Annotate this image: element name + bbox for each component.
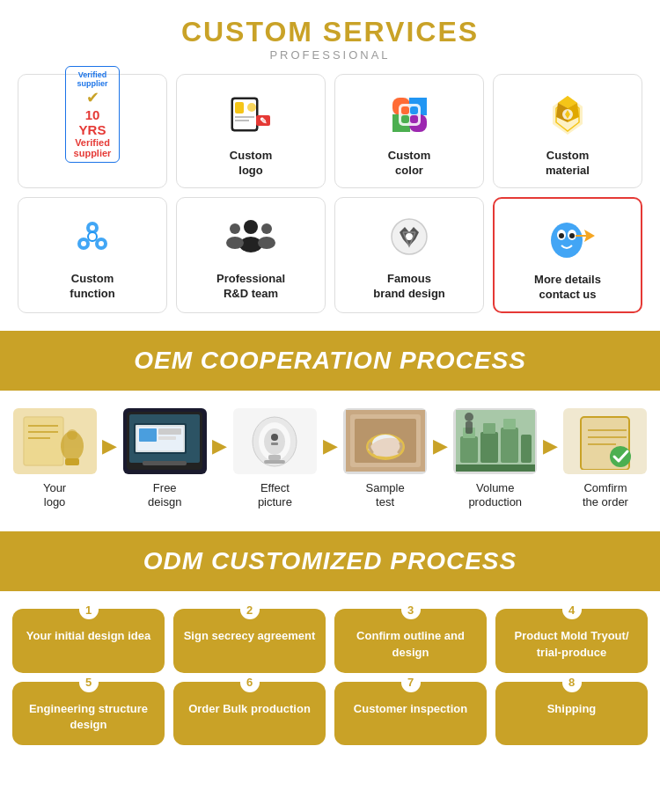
custom-services-title: CUSTOM SERVICES <box>18 16 642 48</box>
custom-function-icon <box>65 210 120 265</box>
svg-rect-82 <box>483 423 495 434</box>
odm-step-7: 7 Customer inspection <box>334 682 487 745</box>
odm-title: ODM CUSTOMIZED PROCESS <box>9 547 651 575</box>
professional-rd-icon <box>224 210 278 265</box>
oem-step-effect-picture: Effectpicture <box>229 408 320 511</box>
service-more-details[interactable]: More detailscontact us <box>493 197 642 313</box>
odm-step-text-7: Customer inspection <box>354 701 467 717</box>
svg-point-34 <box>99 241 104 246</box>
svg-rect-50 <box>24 417 63 465</box>
svg-rect-81 <box>480 432 498 463</box>
svg-point-38 <box>226 237 244 249</box>
odm-process-section: 1 Your initial design idea 2 Sign secrec… <box>0 591 660 766</box>
service-professional-rd: ProfessionalR&D team <box>176 197 326 313</box>
svg-point-56 <box>67 429 77 440</box>
svg-text:✎: ✎ <box>260 116 267 126</box>
svg-point-29 <box>88 232 97 241</box>
odm-step-text-3: Confirm outline and design <box>343 628 478 660</box>
odm-step-text-1: Your initial design idea <box>26 628 150 644</box>
svg-rect-13 <box>399 104 421 126</box>
more-details-icon <box>540 211 595 266</box>
odm-step-6: 6 Order Bulk production <box>173 682 326 745</box>
svg-rect-62 <box>139 428 157 442</box>
odm-step-num-6: 6 <box>240 673 260 692</box>
service-famous-brand: Famousbrand design <box>334 197 484 313</box>
oem-step-confirm-order: Comfirmthe order <box>560 408 651 511</box>
svg-rect-83 <box>501 428 518 463</box>
odm-step-text-8: Shipping <box>547 701 597 717</box>
oem-steps-container: Yourlogo ▶ Freedeisg <box>9 408 651 511</box>
oem-title: OEM COOPERATION PROCESS <box>9 347 651 375</box>
oem-arrow-5: ▶ <box>541 435 560 457</box>
svg-point-68 <box>264 428 285 455</box>
svg-rect-69 <box>268 455 281 460</box>
svg-rect-85 <box>521 435 532 463</box>
svg-point-48 <box>569 233 575 238</box>
custom-logo-icon: ✎ <box>224 87 278 142</box>
svg-rect-70 <box>264 460 285 464</box>
odm-step-text-6: Order Bulk production <box>188 701 311 717</box>
custom-services-section: CUSTOM SERVICES PROFESSIONAL Verified su… <box>0 0 660 331</box>
svg-rect-79 <box>460 436 478 463</box>
oem-section-header: OEM COOPERATION PROCESS <box>0 331 660 391</box>
service-custom-color: Customcolor <box>334 74 484 188</box>
service-verified-supplier: Verified supplier ✔ 10 YRS Verified supp… <box>18 74 167 188</box>
oem-process-section: Yourlogo ▶ Freedeisg <box>0 391 660 532</box>
svg-point-87 <box>465 413 473 421</box>
odm-step-text-5: Engineering structure design <box>21 701 156 733</box>
svg-rect-84 <box>503 419 516 429</box>
odm-step-4: 4 Product Mold Tryout/ trial-produce <box>495 609 648 672</box>
custom-color-icon <box>382 87 436 142</box>
odm-step-num-4: 4 <box>562 600 582 619</box>
oem-step-sample-test: Sampletest <box>340 408 431 511</box>
svg-rect-86 <box>456 465 535 472</box>
famous-brand-icon <box>382 210 436 265</box>
odm-step-8: 8 Shipping <box>495 682 648 745</box>
odm-section-header: ODM CUSTOMIZED PROCESS <box>0 531 660 591</box>
svg-rect-63 <box>158 428 181 435</box>
svg-point-33 <box>81 241 86 246</box>
svg-rect-17 <box>410 115 418 123</box>
svg-rect-65 <box>143 461 187 465</box>
svg-point-32 <box>90 225 95 230</box>
svg-rect-72 <box>271 443 278 445</box>
svg-rect-55 <box>65 458 79 465</box>
odm-step-1: 1 Your initial design idea <box>12 609 165 672</box>
odm-step-2: 2 Sign secrecy agreement <box>173 609 326 672</box>
svg-rect-88 <box>466 421 473 434</box>
svg-point-3 <box>247 103 256 112</box>
svg-point-35 <box>244 220 258 234</box>
oem-arrow-3: ▶ <box>321 435 340 457</box>
odm-step-3: 3 Confirm outline and design <box>334 609 487 672</box>
svg-point-71 <box>271 434 278 441</box>
svg-rect-14 <box>401 106 409 114</box>
oem-step-volume-production: Volumeproduction <box>450 408 541 511</box>
svg-point-44 <box>551 223 583 258</box>
odm-steps-grid: 1 Your initial design idea 2 Sign secrec… <box>12 609 648 745</box>
service-custom-material: Custommaterial <box>493 74 642 188</box>
custom-material-icon <box>540 87 595 142</box>
oem-arrow-4: ▶ <box>431 435 450 457</box>
services-grid: Verified supplier ✔ 10 YRS Verified supp… <box>18 74 642 313</box>
svg-rect-64 <box>158 436 176 440</box>
oem-arrow-2: ▶ <box>210 435 229 457</box>
odm-step-text-4: Product Mold Tryout/ trial-produce <box>504 628 639 660</box>
odm-step-num-5: 5 <box>79 673 99 692</box>
odm-step-num-2: 2 <box>240 600 260 619</box>
oem-step-your-logo: Yourlogo <box>9 408 100 511</box>
service-custom-function: Customfunction <box>18 197 167 313</box>
svg-rect-2 <box>235 102 244 113</box>
verified-supplier-icon: Verified supplier ✔ 10 YRS Verified supp… <box>65 87 120 142</box>
svg-point-47 <box>559 233 564 238</box>
svg-rect-16 <box>401 115 409 123</box>
odm-step-num-3: 3 <box>401 600 421 619</box>
oem-arrow-1: ▶ <box>100 435 119 457</box>
svg-point-37 <box>230 223 240 234</box>
custom-services-subtitle: PROFESSIONAL <box>18 48 642 62</box>
service-custom-logo: ✎ Customlogo <box>176 74 326 188</box>
svg-point-40 <box>258 237 275 249</box>
odm-step-num-8: 8 <box>562 673 582 692</box>
oem-step-free-design: Freedeisgn <box>119 408 210 511</box>
svg-rect-15 <box>410 106 418 114</box>
odm-step-5: 5 Engineering structure design <box>12 682 165 745</box>
